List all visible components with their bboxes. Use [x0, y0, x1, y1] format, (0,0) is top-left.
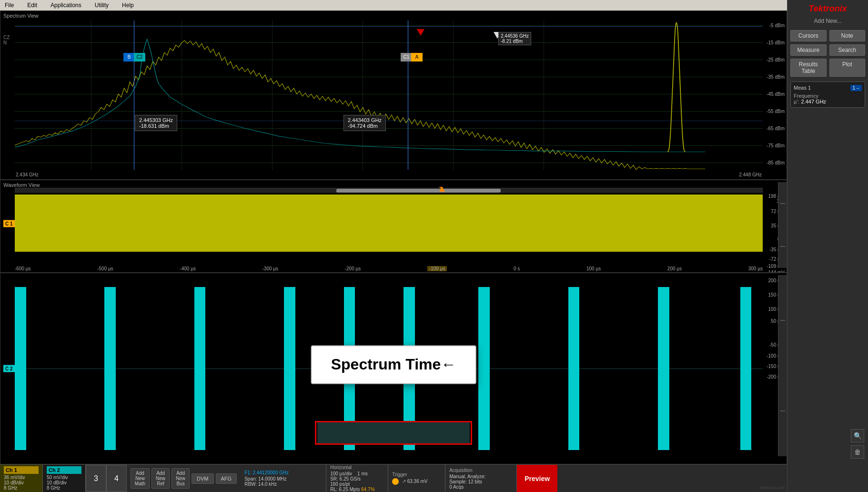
cyan-bar-2 — [104, 287, 116, 450]
horiz-title: Horizontal — [330, 465, 384, 470]
acq-status: Acquisition Manual, Analyze: Sample: 12 … — [445, 465, 517, 492]
cyan-bar-7 — [478, 287, 490, 450]
main-area: Spectrum View CZ N -5 dBm -15 dBm -25 dB… — [0, 10, 787, 492]
dvm-button[interactable]: DVM — [192, 473, 213, 484]
waveform-yellow-fill — [15, 195, 763, 252]
wf-x-labels: -600 µs -500 µs -400 µs -300 µs -200 µs … — [15, 266, 763, 271]
ch2-sidebar-tick-1 — [780, 320, 785, 321]
cursors-button[interactable]: Cursors — [790, 30, 827, 41]
menu-edit[interactable]: Edit — [24, 1, 40, 10]
meas1-value-label: µ': — [794, 99, 799, 104]
cyan-bar-10 — [740, 287, 752, 450]
ch2-right-sidebar — [778, 275, 787, 456]
add-bus-button[interactable]: AddNewBus — [172, 468, 190, 489]
y-label-6: -55 dBm — [767, 109, 785, 114]
cyan-bar-3 — [194, 287, 206, 450]
ch1-val2: 10 dB/div — [4, 480, 39, 485]
ch1-label[interactable]: Ch 1 — [4, 466, 39, 474]
ch1-waveform-indicator: C 1 — [3, 220, 15, 227]
ch2-sidebar-tick-2 — [780, 410, 785, 411]
delete-icon[interactable]: 🗑 — [851, 445, 864, 459]
x-200p: 200 µs — [667, 266, 682, 271]
x-0: 0 s — [514, 266, 520, 271]
add-math-button[interactable]: AddNewMath — [131, 468, 150, 489]
acq-val2: Sample: 12 bits — [449, 479, 513, 484]
status-bar: Ch 1 36 mV/div 10 dB/div 8 GHz Ch 2 50 m… — [0, 464, 787, 492]
results-table-button[interactable]: Results Table — [790, 59, 827, 77]
measure-button[interactable]: Measure — [790, 44, 827, 56]
waveform-scrollbar-thumb[interactable] — [336, 189, 501, 193]
y-label-1: -5 dBm — [769, 23, 785, 28]
acq-title: Acquisition — [449, 468, 513, 473]
waveform-view-label: Waveform View — [3, 182, 40, 188]
add-buttons-group: AddNewMath AddNewRef AddNewBus DVM AFG — [127, 465, 241, 492]
spectrum-time-dialog[interactable]: Spectrum Time← — [311, 345, 476, 384]
cyan-bar-4 — [284, 287, 295, 450]
search-button[interactable]: Search — [829, 44, 866, 56]
plot-button[interactable]: Plot — [829, 59, 866, 77]
freq-status: F1: 2.44120000 GHz Span: 14.0000 MHz RBW… — [241, 465, 326, 492]
x-100p: 100 µs — [586, 266, 601, 271]
cursor-c1-vline — [408, 20, 408, 170]
top-left-channel-labels: CZ N — [3, 35, 10, 45]
peak-marker-label: 2.44536 GHz -8.21 dBm — [498, 32, 531, 45]
acq-val3: 0 Acqs — [449, 484, 513, 490]
preview-button[interactable]: Preview — [517, 465, 557, 492]
spectrum-view: Spectrum View CZ N -5 dBm -15 dBm -25 dB… — [0, 10, 787, 180]
peak-marker-red — [417, 29, 424, 36]
note-button[interactable]: Note — [829, 30, 866, 41]
ch2-val1: 50 mV/div — [47, 475, 81, 480]
ch2-label[interactable]: Ch 2 — [47, 466, 81, 474]
menu-file[interactable]: File — [2, 1, 17, 10]
horiz-val3: 160 ps/pt — [330, 482, 384, 487]
horiz-val1: 100 µs/div 1 ms — [330, 471, 384, 476]
ch2-val3: 8 GHz — [47, 485, 81, 491]
afg-button[interactable]: AFG — [216, 473, 237, 484]
cyan-bar-1 — [15, 287, 26, 450]
right-sidebar-indicators — [778, 182, 787, 268]
cyan-bar-9 — [658, 287, 669, 450]
add-ref-button[interactable]: AddNewRef — [151, 468, 170, 489]
horiz-val4: RL: 6.25 Mpts 64.7% — [330, 487, 384, 492]
cursor-hline — [15, 26, 763, 27]
ch2-val2: 10 dB/div — [47, 480, 81, 485]
freq-rbw: RBW: 14.0 kHz — [244, 482, 322, 487]
menu-utility[interactable]: Utility — [92, 1, 111, 10]
y-label-8: -75 dBm — [767, 143, 785, 148]
num3-button[interactable]: 3 — [86, 465, 106, 492]
waveform-scrollbar-track[interactable] — [15, 188, 763, 193]
x-100: -100 µs — [427, 266, 447, 271]
sidebar-tick-2 — [780, 246, 785, 247]
x-500: -500 µs — [97, 266, 113, 271]
trigger-indicator-dot — [392, 478, 399, 485]
trigger-status: Trigger ↗ 63.36 mV — [388, 465, 445, 492]
spectrum-view-label: Spectrum View — [3, 13, 39, 19]
zoom-icon[interactable]: 🔍 — [851, 429, 864, 442]
selection-inner — [317, 422, 470, 443]
x-200: -200 µs — [345, 266, 361, 271]
menu-applications[interactable]: Applications — [48, 1, 84, 10]
menu-help[interactable]: Help — [119, 1, 137, 10]
x-label-left: 2.434 GHz — [16, 172, 39, 177]
x-label-right: 2.448 GHz — [739, 172, 762, 177]
meas1-badge: 1→ — [850, 85, 862, 91]
add-new-button[interactable]: Add New... — [814, 18, 841, 24]
channel2-view: 200 mV 150 mV 100 mV 50 mV 0 -50 mV -100… — [0, 273, 787, 464]
horiz-val2: SR: 6.25 GS/s — [330, 476, 384, 482]
cursor-b-label: B — [123, 53, 135, 62]
meas1-param: Frequency — [794, 93, 862, 99]
brand-logo: Tektronix — [808, 4, 847, 14]
x-300: -300 µs — [262, 266, 279, 271]
num4-button[interactable]: 4 — [106, 465, 127, 492]
spectrum-peak — [668, 23, 685, 152]
cursor-a-label: A — [411, 53, 423, 62]
spectrum-waveform — [15, 20, 763, 170]
x-300p: 300 µs — [748, 266, 763, 271]
y-label-7: -65 dBm — [767, 126, 785, 131]
acq-val1: Manual, Analyze: — [449, 474, 513, 479]
trigger-title: Trigger — [392, 472, 441, 477]
ch2-status: Ch 2 50 mV/div 10 dB/div 8 GHz — [43, 465, 86, 492]
cyan-bar-8 — [568, 287, 580, 450]
trigger-ch-indicator: ↗ 63.36 mV — [392, 478, 441, 485]
ch1-val3: 8 GHz — [4, 485, 39, 491]
